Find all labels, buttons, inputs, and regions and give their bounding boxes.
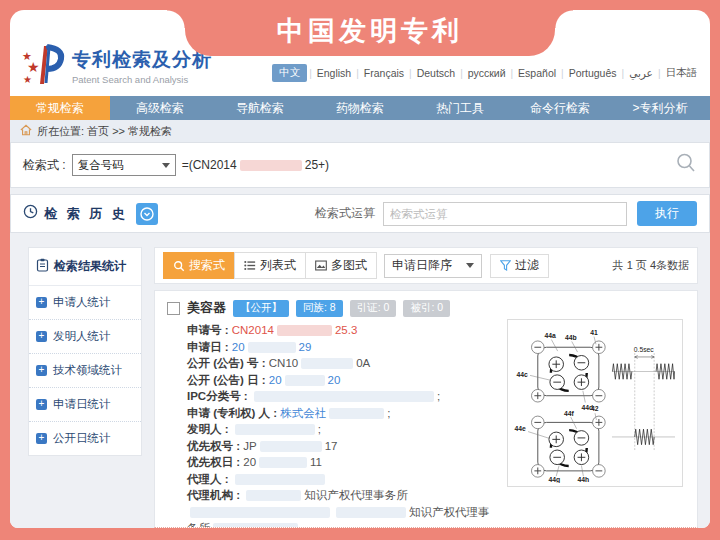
- chevron-down-icon: [466, 263, 474, 268]
- sidebar-header: 检索结果统计: [29, 248, 141, 286]
- nav-tab-command-search[interactable]: 命令行检索: [510, 96, 610, 120]
- redacted-text: [248, 342, 296, 353]
- search-row: 检索式 : 复合号码 =(CN2014 25+): [10, 142, 710, 188]
- sidebar-item-inventor-stats[interactable]: +发明人统计: [29, 320, 141, 354]
- result-count: 共 1 页 4条数据: [613, 258, 689, 273]
- sidebar-item-tech-field-stats[interactable]: +技术领域统计: [29, 354, 141, 388]
- svg-text:★: ★: [27, 59, 40, 75]
- sort-order-select[interactable]: 申请日降序: [384, 254, 482, 278]
- patent-figure-drawing: 44a 44b 41 44c 44d 44e 44f 42 44g 44h 0.: [511, 323, 679, 483]
- result-card: 美容器 【公开】 同族: 8 引证: 0 被引: 0: [154, 290, 698, 528]
- nav-tab-regular-search[interactable]: 常规检索: [10, 96, 110, 120]
- redacted-text: [240, 160, 302, 171]
- redacted-text: [259, 457, 307, 468]
- view-mode-search-button[interactable]: 搜索式: [163, 252, 235, 279]
- main-area: 检索结果统计 +申请人统计 +发明人统计 +技术领域统计 +申请日统计 +公开日…: [10, 239, 710, 528]
- breadcrumb: 所在位置: 首页 >> 常规检索: [10, 120, 710, 142]
- nav-tab-hot-tools[interactable]: 热门工具: [410, 96, 510, 120]
- figure-label: 44h: [578, 476, 590, 483]
- search-type-select[interactable]: 复合号码: [72, 154, 176, 176]
- sidebar-statistics: 检索结果统计 +申请人统计 +发明人统计 +技术领域统计 +申请日统计 +公开日…: [28, 247, 142, 456]
- family-badge: 同族: 8: [296, 300, 343, 317]
- lang-de[interactable]: Deutsch: [414, 65, 459, 81]
- breadcrumb-text[interactable]: 所在位置: 首页 >> 常规检索: [37, 124, 172, 139]
- figure-label: 44c: [516, 371, 528, 378]
- applicant-link[interactable]: 株式会社: [280, 407, 326, 419]
- operation-input[interactable]: [383, 202, 627, 226]
- figure-label: 44b: [565, 334, 577, 341]
- redacted-text: [336, 507, 406, 518]
- home-icon[interactable]: [20, 124, 32, 138]
- lang-fr[interactable]: Français: [361, 65, 407, 81]
- main-nav: 常规检索 高级检索 导航检索 药物检索 热门工具 命令行检索 >专利分析: [10, 96, 710, 120]
- nav-tab-patent-analysis[interactable]: >专利分析: [610, 96, 710, 120]
- content-panel: 中国发明专利 ★ ★ ★ 专利检索及分析 Patent Searc: [10, 10, 710, 528]
- view-mode-list-button[interactable]: 列表式: [234, 252, 306, 279]
- sidebar-item-app-date-stats[interactable]: +申请日统计: [29, 388, 141, 422]
- brand-logo-icon: ★ ★ ★: [22, 42, 66, 90]
- figure-label: 44g: [548, 476, 560, 483]
- plus-icon: +: [36, 433, 47, 444]
- brand-title: 专利检索及分析: [72, 47, 212, 73]
- result-title[interactable]: 美容器: [187, 299, 226, 317]
- citation-badge: 引证: 0: [350, 300, 397, 317]
- lang-zh[interactable]: 中文: [272, 64, 307, 82]
- plus-icon: +: [36, 365, 47, 376]
- nav-tab-advanced-search[interactable]: 高级检索: [110, 96, 210, 120]
- brand-logo[interactable]: ★ ★ ★ 专利检索及分析 Patent Search and Analysis: [22, 42, 212, 90]
- lang-ar[interactable]: عربي: [626, 65, 656, 81]
- redacted-text: [190, 507, 330, 518]
- figure-label: 44f: [564, 410, 575, 417]
- banner-fillet-right: [555, 10, 573, 28]
- history-expand-button[interactable]: [136, 203, 158, 225]
- sidebar-item-pub-date-stats[interactable]: +公开日统计: [29, 422, 141, 455]
- nav-tab-drug-search[interactable]: 药物检索: [310, 96, 410, 120]
- application-number-link[interactable]: CN2014: [232, 324, 274, 336]
- lang-en[interactable]: English: [314, 65, 354, 81]
- funnel-icon: [500, 260, 511, 271]
- plus-icon: +: [36, 297, 47, 308]
- patent-figure[interactable]: 44a 44b 41 44c 44d 44e 44f 42 44g 44h 0.: [507, 319, 683, 487]
- search-expression[interactable]: =(CN2014 25+): [182, 158, 329, 172]
- search-icon[interactable]: [675, 152, 697, 178]
- redacted-text: [329, 408, 384, 419]
- banner: 中国发明专利: [185, 10, 555, 56]
- cited-by-badge: 被引: 0: [403, 300, 450, 317]
- banner-title: 中国发明专利: [277, 13, 463, 49]
- brand-subtitle: Patent Search and Analysis: [72, 74, 212, 85]
- lang-pt[interactable]: Português: [566, 65, 620, 81]
- clock-icon: [23, 204, 38, 223]
- redacted-text: [254, 391, 434, 402]
- chevron-down-icon: [162, 163, 170, 168]
- nav-tab-navigation-search[interactable]: 导航检索: [210, 96, 310, 120]
- lang-ja[interactable]: 日本語: [663, 64, 701, 82]
- redacted-text: [235, 424, 315, 435]
- history-row: 检 索 历 史 检索式运算 执行: [10, 194, 710, 233]
- redacted-text: [301, 358, 353, 369]
- view-mode-grid-button[interactable]: 多图式: [305, 252, 377, 279]
- redacted-text: [277, 325, 332, 336]
- figure-label: 44a: [545, 332, 557, 339]
- operation-label: 检索式运算: [315, 205, 375, 222]
- execute-button[interactable]: 执行: [637, 201, 697, 226]
- history-title: 检 索 历 史: [44, 205, 128, 223]
- sidebar-item-applicant-stats[interactable]: +申请人统计: [29, 286, 141, 320]
- brand-text: 专利检索及分析 Patent Search and Analysis: [72, 47, 212, 85]
- result-title-row: 美容器 【公开】 同族: 8 引证: 0 被引: 0: [167, 299, 685, 317]
- results-toolbar: 搜索式 列表式 多图式 申请日降序: [154, 247, 698, 284]
- redacted-text: [213, 523, 298, 528]
- lang-es[interactable]: Español: [515, 65, 559, 81]
- filter-button[interactable]: 过滤: [490, 254, 549, 278]
- redacted-text: [235, 474, 325, 485]
- redacted-text: [246, 490, 301, 501]
- lang-ru[interactable]: русский: [465, 65, 509, 81]
- plus-icon: +: [36, 331, 47, 342]
- banner-fillet-left: [167, 10, 185, 28]
- plus-icon: +: [36, 399, 47, 410]
- image-icon: [315, 260, 327, 271]
- result-checkbox[interactable]: [167, 302, 180, 315]
- figure-label: 44e: [515, 425, 527, 432]
- field-agency: 代理机构 : 知识产权代理事务所知识产权代理事 务所: [187, 487, 685, 528]
- search-icon: [173, 260, 185, 272]
- svg-text:★: ★: [23, 74, 32, 85]
